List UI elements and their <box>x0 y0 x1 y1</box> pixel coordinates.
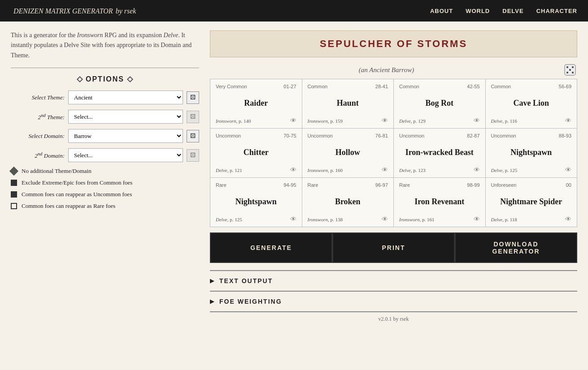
foe-rarity-10: Rare <box>399 182 410 188</box>
table-row: Rare 96-97 Broken Ironsworn, p. 138 👁 <box>302 178 394 227</box>
domain-select[interactable]: Barrow Cavern Ruin <box>68 129 183 143</box>
foe-page-2: p. 129 <box>413 118 426 124</box>
table-row: Rare 94-95 Nightspawn Delve, p. 125 👁 <box>210 178 302 227</box>
site-subtitle: (an Ancient Barrow) <box>359 66 414 73</box>
foe-rarity-11: Unforeseen <box>491 182 517 188</box>
nav-world[interactable]: WORLD <box>466 8 490 14</box>
collapsible-container: ▶ TEXT OUTPUT ▶ FOE WEIGHTING <box>210 270 577 312</box>
foe-page-9: p. 138 <box>330 217 343 222</box>
intro-delve: Delve <box>164 32 179 39</box>
foe-page-6: p. 123 <box>413 168 426 173</box>
foe-range-5: 76-81 <box>375 133 388 138</box>
foe-eye-5[interactable]: 👁 <box>382 167 388 174</box>
foe-book-7: Delve <box>491 168 503 173</box>
foe-eye-6[interactable]: 👁 <box>474 167 480 174</box>
foe-page-7: p. 125 <box>505 168 518 173</box>
download-button[interactable]: DOWNLOAD GENERATOR <box>455 232 577 263</box>
foe-header-3: Common 56-69 <box>491 84 572 89</box>
foe-page-5: p. 160 <box>330 168 343 173</box>
foe-header-5: Uncommon 76-81 <box>308 133 388 138</box>
domain-dice-button[interactable]: ⚄ <box>187 130 199 142</box>
table-row: Common 28-41 Haunt Ironsworn, p. 159 👁 <box>302 79 394 129</box>
foe-source-8: Delve, p. 125 👁 <box>216 216 296 223</box>
domain2-dice-button[interactable]: ⚄ <box>187 149 199 162</box>
foe-header-8: Rare 94-95 <box>216 182 296 188</box>
theme-dice-button[interactable]: ⚄ <box>187 91 199 104</box>
nav-links: ABOUT WORLD DELVE CHARACTER <box>430 8 577 14</box>
foe-range-7: 88-93 <box>559 133 571 138</box>
generate-button[interactable]: GENERATE <box>210 232 332 263</box>
domain2-select[interactable]: Select... <box>68 148 183 162</box>
foe-header-9: Rare 96-97 <box>308 182 388 188</box>
sidebar: This is a generator for the Ironsworn RP… <box>11 30 199 323</box>
foe-eye-3[interactable]: 👁 <box>565 117 571 125</box>
table-row: Uncommon 76-81 Hollow Ironsworn, p. 160 … <box>302 129 394 178</box>
nav-about[interactable]: ABOUT <box>430 8 453 14</box>
foe-name-11: Nightmare Spider <box>491 190 572 213</box>
foe-eye-4[interactable]: 👁 <box>290 167 296 174</box>
domain2-label: 2nd Domain: <box>11 151 65 159</box>
site-title: DENIZEN MATRIX GENERATORby rsek <box>11 6 136 16</box>
check1-row: No additional Theme/Domain <box>11 168 199 175</box>
nav-character[interactable]: CHARACTER <box>536 8 577 14</box>
foe-rarity-7: Uncommon <box>491 133 516 138</box>
main-container: This is a generator for the Ironsworn RP… <box>0 22 588 331</box>
nav-delve[interactable]: DELVE <box>502 8 523 14</box>
table-row: Rare 98-99 Iron Revenant Ironsworn, p. 1… <box>394 178 486 227</box>
foe-name-3: Cave Lion <box>491 92 572 115</box>
foe-header-10: Rare 98-99 <box>399 182 480 188</box>
foe-name-0: Raider <box>216 92 296 115</box>
check2-icon <box>11 180 17 186</box>
foe-eye-1[interactable]: 👁 <box>382 117 388 125</box>
svg-rect-3 <box>569 69 571 71</box>
nav-byline: by rsek <box>116 7 136 15</box>
foe-weighting-label: FOE WEIGHTING <box>219 298 282 305</box>
foe-header-2: Common 42-55 <box>399 84 480 89</box>
foe-eye-7[interactable]: 👁 <box>565 167 571 174</box>
foe-book-5: Ironsworn <box>308 168 328 173</box>
foe-eye-0[interactable]: 👁 <box>290 117 296 125</box>
foe-rarity-8: Rare <box>216 182 226 188</box>
options-title: OPTIONS <box>86 75 124 83</box>
foe-range-9: 96-97 <box>375 182 388 188</box>
foe-name-9: Broken <box>308 190 388 213</box>
foe-eye-11[interactable]: 👁 <box>565 216 571 223</box>
theme2-select[interactable]: Select... <box>68 110 183 124</box>
diamond-left-icon <box>77 76 83 82</box>
check2-label: Exclude Extreme/Epic foes from Common fo… <box>22 179 132 186</box>
foe-page-8: p. 125 <box>230 217 242 222</box>
foe-eye-8[interactable]: 👁 <box>290 216 296 223</box>
foe-weighting-header[interactable]: ▶ FOE WEIGHTING <box>210 292 577 311</box>
foe-range-10: 98-99 <box>467 182 479 188</box>
foe-book-3: Delve <box>491 118 503 124</box>
foe-header-1: Common 28-41 <box>308 84 388 89</box>
table-row: Common 56-69 Cave Lion Delve, p. 116 👁 <box>486 79 578 129</box>
foe-rarity-6: Uncommon <box>399 133 424 138</box>
text-output-header[interactable]: ▶ TEXT OUTPUT <box>210 271 577 291</box>
foe-range-6: 82-87 <box>467 133 479 138</box>
foe-source-2: Delve, p. 129 👁 <box>399 117 480 125</box>
foe-eye-2[interactable]: 👁 <box>474 117 480 125</box>
reroll-dice-button[interactable] <box>563 63 577 77</box>
theme2-dice-button[interactable]: ⚄ <box>187 111 199 123</box>
check4-row: Common foes can reappear as Rare foes <box>11 202 199 210</box>
foe-page-3: p. 116 <box>505 118 517 124</box>
foe-header-11: Unforeseen 00 <box>491 182 572 188</box>
foe-name-4: Chitter <box>216 141 296 164</box>
check4-icon <box>11 203 17 209</box>
foe-eye-10[interactable]: 👁 <box>474 216 480 223</box>
foe-page-10: p. 161 <box>422 217 435 222</box>
domain-label: Select Domain: <box>11 133 65 140</box>
foe-book-2: Delve <box>399 118 411 124</box>
foe-book-6: Delve <box>399 168 411 173</box>
download-line1: DOWNLOAD <box>494 241 539 248</box>
check3-icon <box>11 191 17 198</box>
theme-row: Select Theme: Ancient Corrupted Haunted … <box>11 90 199 104</box>
foe-eye-9[interactable]: 👁 <box>382 216 388 223</box>
theme-select[interactable]: Ancient Corrupted Haunted Wild <box>68 90 183 104</box>
table-row: Uncommon 88-93 Nightspawn Delve, p. 125 … <box>486 129 578 178</box>
foe-book-1: Ironsworn <box>308 118 328 124</box>
foe-range-3: 56-69 <box>559 84 571 89</box>
print-button[interactable]: PRINT <box>332 232 455 263</box>
foe-name-10: Iron Revenant <box>399 190 480 213</box>
